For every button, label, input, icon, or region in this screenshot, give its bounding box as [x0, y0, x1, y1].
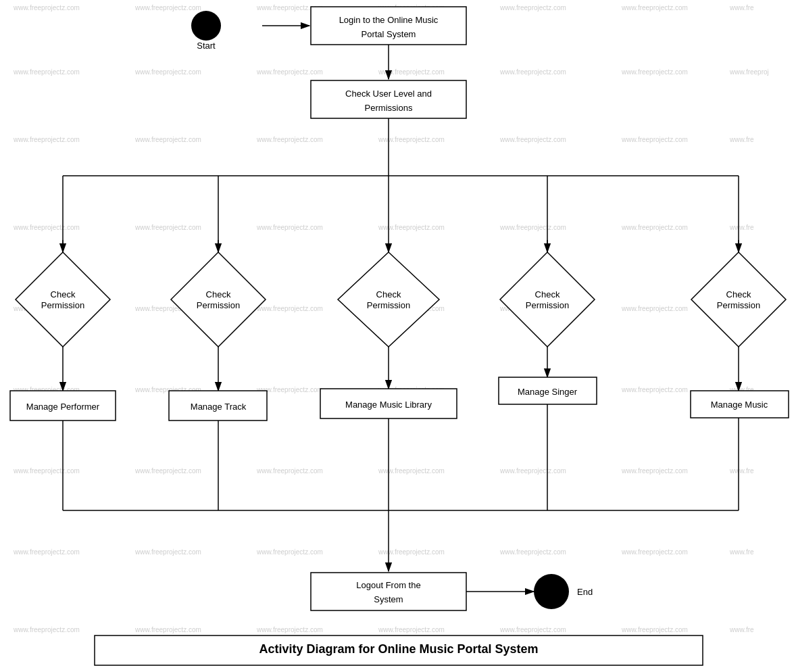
- svg-text:www.freeprojectz.com: www.freeprojectz.com: [256, 626, 323, 633]
- svg-text:www.freeprojectz.com: www.freeprojectz.com: [13, 467, 80, 475]
- diamond5-label1: Check: [726, 289, 751, 299]
- svg-text:www.fre: www.fre: [729, 224, 754, 231]
- start-node: [191, 11, 221, 41]
- diamond3-label2: Permission: [367, 300, 410, 310]
- diamond4-label1: Check: [535, 289, 560, 299]
- diamond3-label1: Check: [376, 289, 401, 299]
- svg-text:www.freeprojectz.com: www.freeprojectz.com: [621, 386, 688, 393]
- svg-text:www.fre: www.fre: [729, 467, 754, 475]
- svg-text:www.freeproj: www.freeproj: [729, 68, 769, 76]
- svg-text:www.freeprojectz.com: www.freeprojectz.com: [256, 305, 323, 312]
- svg-text:www.freeprojectz.com: www.freeprojectz.com: [499, 136, 566, 143]
- svg-text:www.freeprojectz.com: www.freeprojectz.com: [378, 68, 445, 76]
- svg-text:www.fre: www.fre: [729, 626, 754, 633]
- svg-text:www.freeprojectz.com: www.freeprojectz.com: [134, 467, 201, 475]
- svg-text:www.freeprojectz.com: www.freeprojectz.com: [621, 626, 688, 633]
- logout-label1: Logout From the: [356, 580, 420, 590]
- start-label: Start: [197, 41, 216, 51]
- svg-text:www.freeprojectz.com: www.freeprojectz.com: [621, 305, 688, 312]
- svg-text:www.freeprojectz.com: www.freeprojectz.com: [378, 224, 445, 231]
- svg-text:www.freeprojectz.com: www.freeprojectz.com: [256, 548, 323, 556]
- svg-text:www.freeprojectz.com: www.freeprojectz.com: [621, 467, 688, 475]
- svg-text:www.freeprojectz.com: www.freeprojectz.com: [621, 4, 688, 11]
- manage-singer-label: Manage Singer: [518, 387, 578, 397]
- svg-text:www.freeprojectz.com: www.freeprojectz.com: [499, 68, 566, 76]
- svg-text:www.freeprojectz.com: www.freeprojectz.com: [621, 224, 688, 231]
- svg-text:www.freeprojectz.com: www.freeprojectz.com: [134, 224, 201, 231]
- manage-performer-label: Manage Performer: [26, 402, 100, 412]
- svg-text:www.fre: www.fre: [729, 548, 754, 556]
- svg-text:www.freeprojectz.com: www.freeprojectz.com: [378, 548, 445, 556]
- svg-text:www.freeprojectz.com: www.freeprojectz.com: [621, 68, 688, 76]
- check-permissions-label2: Permissions: [365, 103, 413, 113]
- diamond5-label2: Permission: [717, 300, 760, 310]
- svg-text:www.fre: www.fre: [729, 4, 754, 11]
- login-label-line1: Login to the Online Music: [339, 15, 439, 25]
- svg-text:www.freeprojectz.com: www.freeprojectz.com: [134, 68, 201, 76]
- svg-text:www.freeprojectz.com: www.freeprojectz.com: [134, 548, 201, 556]
- svg-text:www.freeprojectz.com: www.freeprojectz.com: [13, 626, 80, 633]
- diagram-container: www.freeprojectz.com www.freeprojectz.co…: [0, 0, 796, 672]
- svg-text:www.freeprojectz.com: www.freeprojectz.com: [378, 467, 445, 475]
- manage-track-label: Manage Track: [191, 402, 247, 412]
- diamond1-label1: Check: [51, 289, 76, 299]
- svg-text:www.freeprojectz.com: www.freeprojectz.com: [134, 136, 201, 143]
- svg-text:www.freeprojectz.com: www.freeprojectz.com: [621, 136, 688, 143]
- svg-text:www.freeprojectz.com: www.freeprojectz.com: [499, 467, 566, 475]
- svg-text:www.freeprojectz.com: www.freeprojectz.com: [13, 224, 80, 231]
- svg-text:www.freeprojectz.com: www.freeprojectz.com: [378, 136, 445, 143]
- manage-library-label: Manage Music Library: [345, 400, 432, 410]
- manage-music-label: Manage Music: [711, 400, 768, 410]
- svg-text:www.freeprojectz.com: www.freeprojectz.com: [378, 626, 445, 633]
- diamond2-label1: Check: [206, 289, 231, 299]
- svg-text:www.freeprojectz.com: www.freeprojectz.com: [256, 68, 323, 76]
- svg-text:www.fre: www.fre: [729, 136, 754, 143]
- svg-text:www.freeprojectz.com: www.freeprojectz.com: [134, 4, 201, 11]
- diamond4-label2: Permission: [526, 300, 569, 310]
- svg-text:www.freeprojectz.com: www.freeprojectz.com: [13, 548, 80, 556]
- svg-text:www.freeprojectz.com: www.freeprojectz.com: [256, 136, 323, 143]
- check-permissions-label1: Check User Level and: [345, 89, 432, 99]
- svg-text:www.freeprojectz.com: www.freeprojectz.com: [256, 467, 323, 475]
- svg-text:www.freeprojectz.com: www.freeprojectz.com: [134, 626, 201, 633]
- svg-text:www.freeprojectz.com: www.freeprojectz.com: [13, 4, 80, 11]
- svg-text:www.freeprojectz.com: www.freeprojectz.com: [13, 68, 80, 76]
- logout-node: [311, 573, 466, 610]
- svg-text:www.freeprojectz.com: www.freeprojectz.com: [499, 4, 566, 11]
- svg-text:www.freeprojectz.com: www.freeprojectz.com: [499, 548, 566, 556]
- end-label: End: [577, 587, 593, 597]
- svg-text:www.freeprojectz.com: www.freeprojectz.com: [621, 548, 688, 556]
- svg-text:www.freeprojectz.com: www.freeprojectz.com: [499, 626, 566, 633]
- diamond1-label2: Permission: [41, 300, 84, 310]
- diamond2-label2: Permission: [197, 300, 240, 310]
- diagram-title: Activity Diagram for Online Music Portal…: [259, 642, 538, 656]
- svg-text:www.freeprojectz.com: www.freeprojectz.com: [499, 224, 566, 231]
- svg-text:www.freeprojectz.com: www.freeprojectz.com: [256, 224, 323, 231]
- login-label-line2: Portal System: [362, 29, 416, 39]
- logout-label2: System: [374, 594, 403, 604]
- svg-text:www.freeprojectz.com: www.freeprojectz.com: [13, 136, 80, 143]
- end-node: [534, 574, 569, 609]
